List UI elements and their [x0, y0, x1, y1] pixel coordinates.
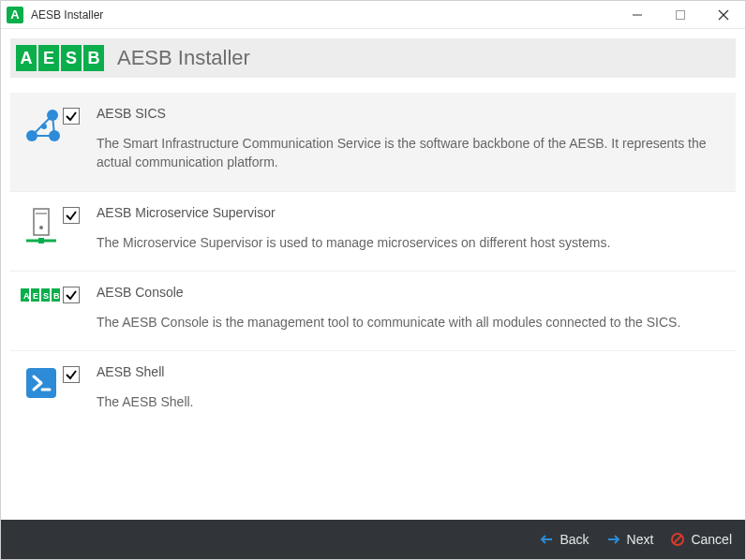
checkbox-sics[interactable] [63, 108, 80, 125]
item-title: AESB Microservice Supervisor [97, 205, 726, 220]
check-icon [65, 209, 78, 222]
svg-line-29 [674, 536, 681, 543]
list-item-console[interactable]: A E S B AESB Console The AESB Console is… [10, 271, 736, 350]
logo-letter: E [38, 45, 59, 71]
window-controls [616, 1, 745, 29]
minimize-icon [632, 9, 643, 21]
svg-rect-11 [34, 209, 49, 235]
item-title: AESB Shell [97, 364, 726, 379]
checkbox-wrap [63, 106, 91, 125]
logo-letter: B [83, 45, 104, 71]
network-icon [20, 106, 63, 145]
svg-text:E: E [33, 291, 38, 301]
logo-letter: A [16, 45, 37, 71]
checkbox-wrap [63, 205, 91, 224]
svg-text:B: B [53, 291, 60, 301]
check-icon [65, 110, 78, 123]
list-item-sics[interactable]: AESB SICS The Smart Infrastructure Commu… [10, 93, 736, 191]
close-icon [718, 9, 729, 21]
svg-point-8 [47, 110, 58, 121]
svg-point-7 [26, 130, 37, 141]
checkbox-wrap [63, 364, 91, 383]
close-button[interactable] [702, 1, 745, 29]
arrow-right-icon [606, 532, 621, 547]
next-button[interactable]: Next [606, 532, 654, 547]
list-item-shell[interactable]: AESB Shell The AESB Shell. [10, 350, 736, 430]
maximize-icon [675, 9, 686, 21]
svg-point-9 [49, 130, 60, 141]
header: A E S B AESB Installer [10, 38, 736, 78]
arrow-left-icon [539, 532, 554, 547]
item-description: The Smart Infrastructure Communication S… [97, 134, 726, 172]
page-title: AESB Installer [117, 46, 250, 70]
checkbox-console[interactable] [63, 287, 80, 303]
svg-text:A: A [23, 291, 30, 301]
svg-rect-15 [38, 238, 44, 243]
checkbox-shell[interactable] [63, 366, 80, 383]
footer: Back Next Cancel [1, 520, 745, 559]
check-icon [65, 368, 78, 381]
back-button[interactable]: Back [539, 532, 589, 547]
next-label: Next [627, 532, 654, 547]
checkbox-wrap [63, 285, 91, 303]
list-item-supervisor[interactable]: AESB Microservice Supervisor The Microse… [10, 191, 736, 271]
minimize-button[interactable] [616, 1, 659, 29]
logo-letter: S [61, 45, 82, 71]
titlebar: A AESB Installer [1, 1, 745, 29]
shell-icon [20, 364, 63, 400]
app-icon: A [7, 7, 23, 23]
component-list: AESB SICS The Smart Infrastructure Commu… [10, 93, 736, 430]
header-logo: A E S B [16, 45, 104, 71]
cancel-button[interactable]: Cancel [670, 532, 732, 547]
item-title: AESB SICS [97, 106, 726, 121]
svg-point-10 [41, 124, 47, 129]
cancel-icon [670, 532, 685, 547]
aesb-badge-icon: A E S B [20, 285, 63, 305]
item-description: The AESB Shell. [97, 392, 726, 411]
svg-point-13 [39, 226, 43, 229]
maximize-button[interactable] [659, 1, 702, 29]
window-title: AESB Installer [31, 8, 103, 22]
item-description: The AESB Console is the management tool … [97, 313, 726, 332]
server-icon [20, 205, 63, 248]
item-title: AESB Console [97, 285, 726, 300]
item-description: The Microservice Supervisor is used to m… [97, 233, 726, 252]
cancel-label: Cancel [691, 532, 732, 547]
back-label: Back [560, 532, 589, 547]
svg-rect-1 [677, 10, 685, 19]
checkbox-supervisor[interactable] [63, 207, 80, 224]
check-icon [65, 288, 78, 302]
svg-text:S: S [43, 291, 49, 301]
